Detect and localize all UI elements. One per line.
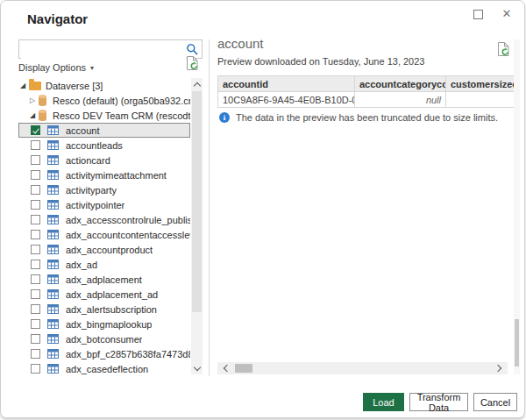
tree-item[interactable]: actioncard <box>18 153 190 167</box>
scroll-up-button[interactable] <box>191 78 203 90</box>
tree-item-label: adx_casedeflection <box>66 364 148 374</box>
row-checkbox[interactable] <box>31 289 40 299</box>
expand-arrow-icon[interactable] <box>20 78 29 93</box>
tree-item-label: adx_accountproduct <box>66 245 153 255</box>
info-icon: i <box>219 112 230 123</box>
row-checkbox[interactable] <box>31 230 40 239</box>
tree-item-label: adx_accountcontentaccesslevel <box>66 230 190 240</box>
tree-item[interactable]: adx_ad <box>18 257 190 272</box>
maximize-icon <box>473 10 483 19</box>
navigator-tree-panel: Dataverse [3] Resco (default) (orga50ba9… <box>18 78 203 374</box>
tree-item-label: activitymimeattachment <box>66 170 167 181</box>
search-input[interactable] <box>21 41 186 59</box>
tree-item-label: Resco DEV Team CRM (rescodt.crm4.dyna... <box>53 110 190 121</box>
row-checkbox[interactable] <box>31 245 40 254</box>
vertical-scrollbar-thumb[interactable] <box>515 319 519 367</box>
close-button[interactable]: ✕ <box>498 7 515 21</box>
table-icon <box>47 245 59 254</box>
row-checkbox[interactable] <box>31 155 40 165</box>
preview-title: account <box>217 36 264 51</box>
row-checkbox[interactable] <box>31 304 40 314</box>
table-icon <box>47 230 59 239</box>
tree-scrollbar-thumb[interactable] <box>192 91 202 312</box>
table-icon <box>47 319 59 329</box>
tree-item[interactable]: adx_accountcontentaccesslevel <box>18 227 190 242</box>
row-checkbox[interactable] <box>31 319 40 329</box>
tree-item-label: adx_bpf_c2857b638fa7473d8e2f112c... <box>66 349 190 359</box>
row-checkbox[interactable] <box>31 260 40 269</box>
refresh-icon <box>497 41 510 57</box>
navigator-tree: Dataverse [3] Resco (default) (orga50ba9… <box>18 78 190 374</box>
page-title: Navigator <box>27 11 88 26</box>
table-cell: 10C9A8F6-9A45-4E0B-B10D-0000CA6ACFE1 <box>218 92 355 108</box>
scroll-down-button[interactable] <box>191 362 203 374</box>
tree-item-label: adx_botconsumer <box>66 334 142 345</box>
tree-item[interactable]: activitymimeattachment <box>18 167 190 182</box>
tree-item[interactable]: adx_casedeflection <box>18 361 190 374</box>
row-checkbox[interactable] <box>31 200 40 210</box>
row-checkbox[interactable] <box>31 140 40 150</box>
tree-item[interactable]: Resco (default) (orga50ba932.crm4.dyna..… <box>18 93 190 108</box>
panel-divider <box>209 39 210 376</box>
maximize-button[interactable] <box>469 7 487 21</box>
tree-item-label: account <box>66 125 100 136</box>
tree-item[interactable]: adx_bingmaplookup <box>18 317 190 331</box>
tree-item[interactable]: adx_bpf_c2857b638fa7473d8e2f112c... <box>18 346 190 361</box>
tree-item[interactable]: account <box>18 123 190 138</box>
tree-item[interactable]: Dataverse [3] <box>18 78 190 93</box>
table-icon <box>47 304 59 314</box>
expand-arrow-icon[interactable] <box>30 108 39 123</box>
column-header: customersizecode <box>446 76 515 92</box>
row-checkbox[interactable] <box>31 125 40 135</box>
cancel-button[interactable]: Cancel <box>473 393 517 411</box>
tree-item[interactable]: Resco DEV Team CRM (rescodt.crm4.dyna... <box>18 108 190 123</box>
table-icon <box>47 215 59 224</box>
tree-scrollbar[interactable] <box>191 78 203 374</box>
tree-item[interactable]: activitypointer <box>18 197 190 212</box>
preview-table-header-row: accountidaccountcategorycodecustomersize… <box>218 76 515 92</box>
row-checkbox[interactable] <box>31 364 40 374</box>
search-icon[interactable] <box>186 43 199 56</box>
row-checkbox[interactable] <box>31 215 40 224</box>
table-icon <box>47 334 59 344</box>
tree-item-label: activityparty <box>66 185 117 196</box>
display-options-button[interactable]: Display Options ▾ <box>18 62 94 73</box>
preview-table-container: accountidaccountcategorycodecustomersize… <box>217 75 514 108</box>
row-checkbox[interactable] <box>31 349 40 359</box>
row-checkbox[interactable] <box>31 185 40 195</box>
refresh-list-button[interactable] <box>186 55 199 75</box>
row-checkbox[interactable] <box>31 274 40 284</box>
horizontal-scrollbar-thumb[interactable] <box>235 364 252 373</box>
row-checkbox[interactable] <box>31 170 40 180</box>
tree-item[interactable]: accountleads <box>18 138 190 153</box>
tree-item[interactable]: adx_alertsubscription <box>18 302 190 317</box>
tree-item-label: actioncard <box>66 155 110 166</box>
row-checkbox[interactable] <box>31 334 40 344</box>
tree-item[interactable]: adx_adplacement <box>18 272 190 287</box>
info-message: The data in the preview has been truncat… <box>236 112 498 123</box>
tree-item-label: accountleads <box>66 140 123 151</box>
column-header: accountid <box>218 76 355 92</box>
navigator-dialog: Navigator ✕ Display Options ▾ <box>0 0 525 418</box>
table-icon <box>47 274 59 284</box>
tree-item[interactable]: activityparty <box>18 182 190 197</box>
refresh-preview-button[interactable] <box>497 41 510 61</box>
scroll-right-button[interactable] <box>492 362 506 374</box>
expand-arrow-icon[interactable] <box>30 93 39 108</box>
tree-item[interactable]: adx_botconsumer <box>18 331 190 346</box>
vertical-scrollbar[interactable] <box>514 39 520 374</box>
transform-data-button[interactable]: Transform Data <box>409 393 468 411</box>
load-button[interactable]: Load <box>363 393 404 411</box>
horizontal-scrollbar[interactable] <box>217 362 508 374</box>
tree-item[interactable]: adx_adplacement_ad <box>18 287 190 302</box>
tree-item-label: Resco (default) (orga50ba932.crm4.dyna..… <box>53 96 190 106</box>
tree-item[interactable]: adx_accountproduct <box>18 242 190 257</box>
tree-item[interactable]: adx_accesscontrolrule_publishingstate <box>18 212 190 227</box>
chevron-right-icon <box>494 365 501 372</box>
table-icon <box>47 155 59 165</box>
scroll-left-button[interactable] <box>219 362 233 374</box>
column-header: accountcategorycode <box>355 76 446 92</box>
tree-item-label: adx_bingmaplookup <box>66 319 152 330</box>
window-controls: ✕ <box>469 7 515 21</box>
table-icon <box>47 260 59 269</box>
